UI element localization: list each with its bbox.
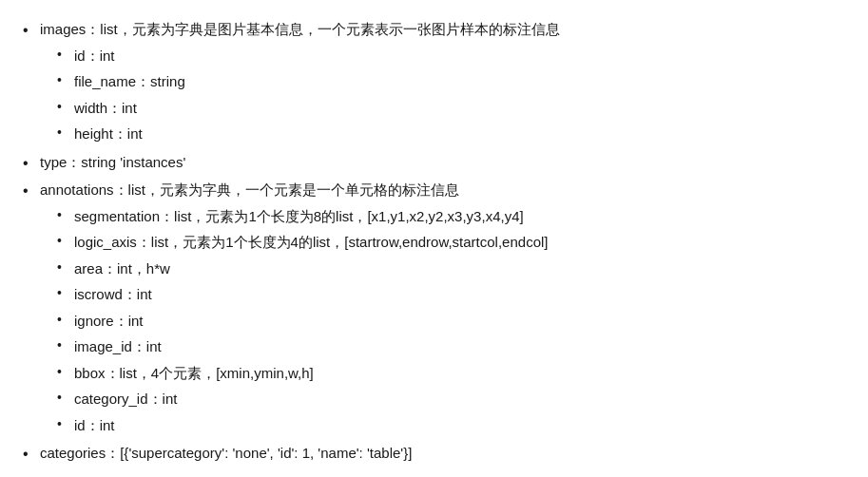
annotations-sublist: segmentation：list，元素为1个长度为8的list，[x1,y1,… xyxy=(51,204,845,438)
list-item-category_id: category_id：int xyxy=(51,387,845,411)
list-item-images: images：list，元素为字典是图片基本信息，一个元素表示一张图片样本的标注… xyxy=(17,17,845,146)
ann-id-label: id：int xyxy=(74,417,115,433)
list-item-ignore: ignore：int xyxy=(51,309,845,334)
list-item-logic_axis: logic_axis：list，元素为1个长度为4的list，[startrow… xyxy=(51,230,845,255)
list-item-image_id: image_id：int xyxy=(51,334,845,359)
file_name-label: file_name：string xyxy=(74,73,185,89)
iscrowd-label: iscrowd：int xyxy=(74,286,152,302)
list-item-annotations: annotations：list，元素为字典，一个元素是一个单元格的标注信息 s… xyxy=(17,178,845,437)
list-item-height: height：int xyxy=(51,122,845,146)
category_id-label: category_id：int xyxy=(74,391,177,407)
categories-label: categories：[{'supercategory': 'none', 'i… xyxy=(40,445,412,461)
annotations-label: annotations：list，元素为字典，一个元素是一个单元格的标注信息 xyxy=(40,181,459,198)
area-label: area：int，h*w xyxy=(74,260,170,277)
width-label: width：int xyxy=(74,100,137,116)
list-item-iscrowd: iscrowd：int xyxy=(51,282,845,307)
list-item-ann-id: id：int xyxy=(51,413,845,438)
list-item-area: area：int，h*w xyxy=(51,257,845,281)
height-label: height：int xyxy=(74,125,143,142)
segmentation-label: segmentation：list，元素为1个长度为8的list，[x1,y1,… xyxy=(74,208,524,224)
images-label: images：list，元素为字典是图片基本信息，一个元素表示一张图片样本的标注… xyxy=(40,21,560,37)
list-item-categories: categories：[{'supercategory': 'none', 'i… xyxy=(17,441,845,466)
ignore-label: ignore：int xyxy=(74,313,144,329)
list-item-file_name: file_name：string xyxy=(51,69,845,94)
list-item-bbox: bbox：list，4个元素，[xmin,ymin,w,h] xyxy=(51,361,845,386)
bbox-label: bbox：list，4个元素，[xmin,ymin,w,h] xyxy=(74,365,314,381)
list-item-id: id：int xyxy=(51,44,845,68)
type-label: type：string 'instances' xyxy=(40,154,185,170)
image_id-label: image_id：int xyxy=(74,338,162,354)
images-sublist: id：int file_name：string width：int height… xyxy=(51,44,845,146)
id-label: id：int xyxy=(74,48,115,64)
list-item-type: type：string 'instances' xyxy=(17,150,845,175)
list-item-segmentation: segmentation：list，元素为1个长度为8的list，[x1,y1,… xyxy=(51,204,845,229)
logic_axis-label: logic_axis：list，元素为1个长度为4的list，[startrow… xyxy=(74,234,549,250)
list-item-width: width：int xyxy=(51,96,845,121)
main-list: images：list，元素为字典是图片基本信息，一个元素表示一张图片样本的标注… xyxy=(17,17,845,466)
